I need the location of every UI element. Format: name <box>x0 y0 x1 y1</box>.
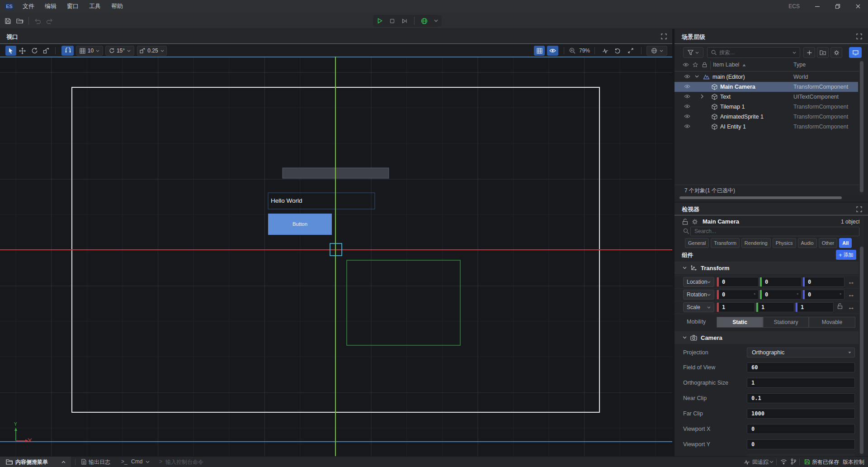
zoom-level[interactable]: 79% <box>579 48 590 54</box>
near-clip-input[interactable]: 0.1 <box>747 393 855 403</box>
vertical-scrollbar[interactable] <box>859 216 864 456</box>
visibility-button[interactable] <box>547 46 558 56</box>
panel-view-toggle[interactable] <box>849 47 862 58</box>
tree-row-main[interactable]: main (Editor) World <box>675 72 858 82</box>
link-values-icon[interactable]: ↔ <box>848 291 855 299</box>
scale-step-dropdown[interactable]: 0.25 <box>137 46 167 56</box>
location-y-field[interactable]: 0 <box>760 277 802 287</box>
filter-button[interactable] <box>683 47 703 58</box>
tab-transform[interactable]: Transform <box>711 238 740 248</box>
menu-edit[interactable]: 编辑 <box>45 0 57 13</box>
location-dropdown[interactable]: Location <box>683 277 714 287</box>
stats-icon[interactable] <box>600 46 610 56</box>
scale-dropdown[interactable]: Scale <box>683 302 714 312</box>
eye-icon[interactable] <box>684 124 690 129</box>
add-folder-button[interactable] <box>817 47 829 58</box>
node-label[interactable]: Main Camera <box>720 84 755 90</box>
scene-canvas[interactable]: Y Hello World Button <box>0 57 672 456</box>
redo-icon[interactable] <box>46 18 53 24</box>
rotation-dropdown[interactable]: Rotation <box>683 290 714 300</box>
node-label[interactable]: AnimatedSprite 1 <box>720 114 764 120</box>
tree-row-main-camera[interactable]: Main Camera TransformComponent <box>675 82 858 92</box>
vertical-scrollbar[interactable] <box>859 59 864 195</box>
chevron-down-icon[interactable] <box>769 461 774 463</box>
projection-dropdown[interactable]: Orthographic <box>747 348 855 357</box>
scale-z-field[interactable]: 1 <box>795 302 834 312</box>
horizontal-scrollbar-thumb[interactable] <box>679 196 842 199</box>
location-x-field[interactable]: 0 <box>717 277 759 287</box>
eye-icon[interactable] <box>684 94 690 99</box>
inspector-search-input[interactable]: Search... <box>690 227 859 236</box>
chevron-right-icon[interactable] <box>701 94 703 99</box>
close-icon[interactable] <box>855 4 861 9</box>
eye-icon[interactable] <box>684 104 690 109</box>
tree-row-animatedsprite[interactable]: AnimatedSprite 1 TransformComponent <box>675 112 858 122</box>
node-label[interactable]: Tilemap 1 <box>720 104 745 110</box>
backtrace-label[interactable]: 回追踪 <box>752 458 769 466</box>
tab-all[interactable]: All <box>839 238 852 248</box>
tree-row-text[interactable]: Text UITextComponent <box>675 92 858 102</box>
chevron-down-icon[interactable] <box>434 19 438 22</box>
rotation-z-field[interactable]: 0° <box>802 290 844 300</box>
lock-column-icon[interactable] <box>702 62 707 67</box>
play-button[interactable] <box>377 18 383 24</box>
location-z-field[interactable]: 0 <box>802 277 844 287</box>
grid-size-dropdown[interactable]: 10 <box>76 46 103 56</box>
tab-audio[interactable]: Audio <box>798 238 817 248</box>
eye-icon[interactable] <box>684 114 690 119</box>
transform-section-header[interactable]: Transform <box>675 262 859 274</box>
content-menu-tab[interactable]: 内容侧滑菜单 <box>0 457 71 467</box>
minimize-icon[interactable] <box>815 4 820 9</box>
world-icon[interactable] <box>421 18 428 24</box>
tab-physics[interactable]: Physics <box>773 238 796 248</box>
console-input[interactable]: 输入控制台命令 <box>165 458 203 466</box>
mobility-movable[interactable]: Movable <box>809 317 855 328</box>
select-tool[interactable] <box>5 46 16 56</box>
undo-icon[interactable] <box>34 18 41 24</box>
add-entity-button[interactable] <box>803 47 815 58</box>
node-label[interactable]: Text <box>720 94 731 100</box>
hello-world-text[interactable]: Hello World <box>271 193 302 209</box>
expand-diagonal-icon[interactable] <box>626 46 636 56</box>
button-label[interactable]: Button <box>268 214 332 235</box>
lock-open-icon[interactable] <box>837 303 843 309</box>
rotation-x-field[interactable]: 0° <box>717 290 759 300</box>
scale-y-field[interactable]: 1 <box>756 302 794 312</box>
node-label[interactable]: AI Entity 1 <box>720 124 746 130</box>
tab-rendering[interactable]: Rendering <box>741 238 771 248</box>
maximize-icon[interactable] <box>835 4 840 9</box>
add-component-button[interactable]: +添加 <box>836 250 856 260</box>
visibility-column-icon[interactable] <box>683 62 689 67</box>
gear-icon[interactable] <box>692 219 698 225</box>
open-folder-icon[interactable] <box>16 18 24 24</box>
camera-section-header[interactable]: Camera <box>675 331 859 344</box>
tree-row-tilemap[interactable]: Tilemap 1 TransformComponent <box>675 102 858 112</box>
rotate-step-dropdown[interactable]: 15° <box>105 46 134 56</box>
viewport-x-input[interactable]: 0 <box>747 424 855 434</box>
tab-general[interactable]: General <box>685 238 709 248</box>
show-grid-button[interactable] <box>534 46 545 56</box>
viewport-world-dropdown[interactable] <box>646 46 667 56</box>
step-button[interactable] <box>401 18 408 24</box>
mobility-stationary[interactable]: Stationary <box>763 317 809 328</box>
cmd-label[interactable]: Cmd <box>131 458 142 465</box>
reset-view-icon[interactable] <box>612 46 622 56</box>
menu-tools[interactable]: 工具 <box>89 0 101 13</box>
tab-other[interactable]: Other <box>819 238 838 248</box>
eye-icon[interactable] <box>684 74 690 79</box>
column-item-label[interactable]: Item Label <box>713 62 739 68</box>
rotation-y-field[interactable]: 0° <box>760 290 802 300</box>
lock-open-icon[interactable] <box>682 219 688 225</box>
far-clip-input[interactable]: 1000 <box>747 409 855 419</box>
link-values-icon[interactable]: ↔ <box>848 278 855 286</box>
snap-tool[interactable] <box>61 46 74 56</box>
menu-file[interactable]: 文件 <box>23 0 34 13</box>
settings-button[interactable] <box>830 47 842 58</box>
field-of-view-input[interactable]: 60 <box>747 362 855 372</box>
menu-help[interactable]: 帮助 <box>111 0 123 13</box>
link-values-icon[interactable]: ↔ <box>848 303 855 311</box>
menu-window[interactable]: 窗口 <box>67 0 79 13</box>
scale-tool[interactable] <box>41 46 51 56</box>
favorite-column-icon[interactable] <box>693 62 698 67</box>
save-icon[interactable] <box>5 18 11 24</box>
